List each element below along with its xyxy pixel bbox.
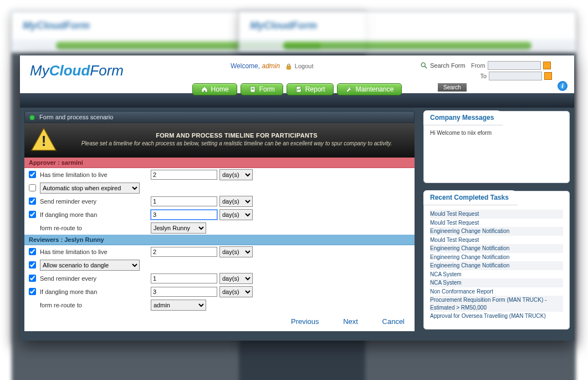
approver-auto-stop-select[interactable]: Automatic stop when expired bbox=[40, 183, 140, 194]
reviewer-has-limit-unit[interactable]: day(s) bbox=[219, 246, 253, 257]
banner-subtitle: Please set a timeline for each process a… bbox=[64, 140, 409, 146]
cancel-button[interactable]: Cancel bbox=[382, 317, 405, 326]
approver-dangle-check[interactable] bbox=[29, 211, 36, 218]
task-item[interactable]: Engineering Change Notification bbox=[430, 227, 563, 236]
nav-bar: Home Form Report Maintenance bbox=[20, 93, 574, 108]
approver-has-limit-check[interactable] bbox=[29, 171, 36, 178]
warning-icon: ! bbox=[30, 126, 58, 152]
svg-point-1 bbox=[421, 63, 425, 67]
reviewer-reminder-check[interactable] bbox=[29, 275, 36, 282]
task-item[interactable]: Mould Test Request bbox=[430, 219, 563, 227]
banner: ! FORM AND PROCESS TIMELINE FOR PARTICIP… bbox=[24, 123, 415, 158]
approver-reminder-value[interactable] bbox=[151, 196, 217, 206]
task-item[interactable]: Engineering Change Notification bbox=[430, 253, 563, 262]
approver-has-limit-unit[interactable]: day(s) bbox=[219, 169, 253, 180]
approver-reminder-check[interactable] bbox=[29, 197, 36, 205]
svg-line-2 bbox=[425, 66, 427, 68]
approver-reminder-unit[interactable]: day(s) bbox=[219, 196, 253, 207]
calendar-icon[interactable] bbox=[543, 62, 551, 69]
banner-title: FORM AND PROCESS TIMELINE FOR PARTICIPAN… bbox=[64, 132, 409, 139]
lock-icon bbox=[285, 63, 292, 70]
svg-text:!: ! bbox=[42, 133, 47, 149]
next-button[interactable]: Next bbox=[343, 317, 358, 326]
calendar-icon[interactable] bbox=[544, 72, 552, 80]
task-item[interactable]: Mould Test Request bbox=[430, 236, 563, 245]
reviewer-dangle-value[interactable] bbox=[151, 287, 217, 297]
task-item[interactable]: Non Conformance Report bbox=[430, 287, 563, 296]
scenario-section-head: Form and process scenario bbox=[24, 111, 415, 123]
reviewer-has-limit-check[interactable] bbox=[29, 248, 36, 255]
task-item[interactable]: NCA System bbox=[430, 270, 563, 279]
reviewer-allow-dangle-check[interactable] bbox=[29, 261, 36, 268]
task-item[interactable]: Engineering Change Notification bbox=[430, 244, 563, 253]
search-button[interactable]: Search bbox=[438, 83, 467, 92]
task-item[interactable]: Mould Test Request bbox=[430, 210, 563, 219]
recent-tasks-tab: Recent Completed Tasks bbox=[423, 190, 518, 205]
approver-header: Approver : sarmini bbox=[24, 158, 415, 168]
approver-dangle-unit[interactable]: day(s) bbox=[219, 209, 253, 220]
reviewer-reroute-select[interactable]: admin bbox=[151, 300, 206, 311]
search-area: Search Form From To Search bbox=[420, 61, 552, 92]
task-item[interactable]: Engineering Change Notification bbox=[430, 261, 563, 270]
logo: MyCloudForm bbox=[30, 62, 124, 79]
search-from-input[interactable] bbox=[488, 61, 541, 70]
welcome-text: Welcome, admin Logout bbox=[231, 62, 314, 70]
task-item[interactable]: Procurement Requisition Form (MAN TRUCK)… bbox=[430, 296, 563, 312]
info-icon[interactable]: i bbox=[558, 81, 567, 91]
search-form-label: Search Form bbox=[430, 62, 466, 69]
task-item[interactable]: Approval for Oversea Travelling (MAN TRU… bbox=[430, 312, 563, 321]
header: MyCloudForm Welcome, admin Logout Search… bbox=[20, 55, 574, 93]
company-message-body: Hi Welcome to niix eform bbox=[423, 125, 570, 138]
search-to-input[interactable] bbox=[489, 72, 542, 80]
company-messages-tab: Company Messages bbox=[423, 110, 503, 125]
recent-tasks-panel: Recent Completed Tasks Mould Test Reques… bbox=[423, 191, 570, 330]
reviewer-dangle-check[interactable] bbox=[29, 288, 36, 295]
reviewer-reminder-value[interactable] bbox=[151, 273, 217, 283]
reviewer-has-limit-value[interactable] bbox=[151, 247, 217, 257]
scenario-form: Approver : sarmini Has time limitation t… bbox=[24, 158, 415, 331]
reviewer-reminder-unit[interactable]: day(s) bbox=[219, 273, 253, 284]
previous-button[interactable]: Previous bbox=[291, 317, 319, 326]
logout-link[interactable]: Logout bbox=[295, 63, 314, 69]
approver-dangle-value[interactable] bbox=[151, 210, 217, 220]
reviewer-allow-dangle-select[interactable]: Allow scenario to dangle bbox=[40, 260, 140, 271]
approver-reroute-select[interactable]: Jeslyn Runny bbox=[151, 222, 206, 234]
main-window: MyCloudForm Welcome, admin Logout Search… bbox=[20, 55, 574, 341]
search-icon bbox=[420, 62, 428, 69]
svg-rect-0 bbox=[287, 66, 290, 69]
approver-auto-stop-check[interactable] bbox=[29, 184, 36, 191]
task-item[interactable]: NCA System bbox=[430, 278, 563, 287]
approver-has-limit-value[interactable] bbox=[151, 170, 217, 180]
reviewer-dangle-unit[interactable]: day(s) bbox=[219, 286, 253, 297]
company-messages-panel: Company Messages Hi Welcome to niix efor… bbox=[423, 111, 570, 183]
status-dot-icon bbox=[29, 115, 35, 120]
reviewer-header: Reviewers : Jeslyn Runny bbox=[24, 235, 415, 245]
